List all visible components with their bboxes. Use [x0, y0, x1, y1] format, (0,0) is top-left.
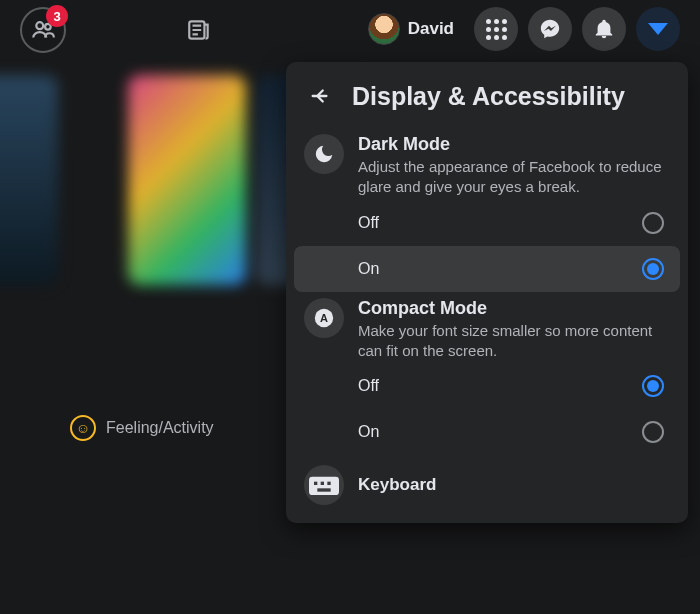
keyboard-label: Keyboard — [358, 475, 436, 495]
caret-down-icon — [648, 23, 668, 35]
compact-mode-title: Compact Mode — [358, 298, 670, 319]
nav-left: 3 — [20, 7, 222, 53]
compact-mode-off-option[interactable]: Off — [294, 363, 680, 409]
radio-checked-icon — [642, 258, 664, 280]
news-nav-button[interactable] — [176, 7, 222, 53]
dark-mode-desc: Adjust the appearance of Facebook to red… — [358, 157, 670, 198]
topbar: 3 David — [0, 0, 700, 60]
back-button[interactable] — [302, 78, 338, 114]
svg-rect-8 — [327, 482, 330, 485]
compact-mode-on-option[interactable]: On — [294, 409, 680, 455]
menu-grid-icon — [486, 19, 507, 40]
menu-button[interactable] — [474, 7, 518, 51]
dark-mode-section: Dark Mode Adjust the appearance of Faceb… — [294, 128, 680, 200]
svg-rect-7 — [321, 482, 324, 485]
keyboard-row[interactable]: Keyboard — [294, 455, 680, 515]
feeling-label: Feeling/Activity — [106, 419, 214, 437]
dark-mode-on-label: On — [358, 260, 379, 278]
svg-text:A: A — [320, 311, 328, 323]
messenger-icon — [539, 18, 561, 40]
dark-mode-on-option[interactable]: On — [294, 246, 680, 292]
svg-rect-5 — [309, 477, 339, 495]
account-menu-button[interactable] — [636, 7, 680, 51]
messenger-button[interactable] — [528, 7, 572, 51]
news-icon — [186, 17, 212, 43]
compact-mode-on-label: On — [358, 423, 379, 441]
radio-unchecked-icon — [642, 421, 664, 443]
panel-header: Display & Accessibility — [294, 74, 680, 128]
compact-mode-section: A Compact Mode Make your font size small… — [294, 292, 680, 364]
dark-mode-off-option[interactable]: Off — [294, 200, 680, 246]
notifications-button[interactable] — [582, 7, 626, 51]
radio-unchecked-icon — [642, 212, 664, 234]
display-accessibility-panel: Display & Accessibility Dark Mode Adjust… — [286, 62, 688, 523]
radio-checked-icon — [642, 375, 664, 397]
arrow-left-icon — [309, 85, 331, 107]
keyboard-icon — [304, 465, 344, 505]
friends-nav-button[interactable]: 3 — [20, 7, 66, 53]
moon-icon — [304, 134, 344, 174]
dark-mode-off-label: Off — [358, 214, 379, 232]
dark-mode-title: Dark Mode — [358, 134, 670, 155]
panel-title: Display & Accessibility — [352, 82, 625, 111]
svg-rect-9 — [317, 488, 330, 491]
feeling-icon: ☺ — [70, 415, 96, 441]
avatar — [368, 13, 400, 45]
svg-point-0 — [36, 22, 43, 29]
friends-badge: 3 — [46, 5, 68, 27]
svg-rect-6 — [314, 482, 317, 485]
composer-feeling[interactable]: ☺ Feeling/Activity — [70, 415, 214, 441]
nav-right: David — [364, 7, 680, 51]
compact-mode-desc: Make your font size smaller so more cont… — [358, 321, 670, 362]
compact-icon: A — [304, 298, 344, 338]
bell-icon — [593, 18, 615, 40]
compact-mode-off-label: Off — [358, 377, 379, 395]
profile-name: David — [408, 19, 454, 39]
profile-chip[interactable]: David — [364, 9, 464, 49]
